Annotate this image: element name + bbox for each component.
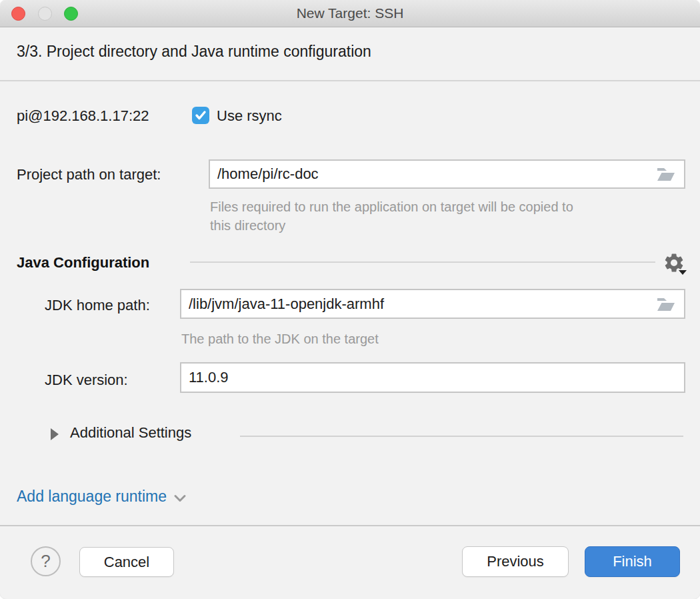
wizard-step-header: 3/3. Project directory and Java runtime … xyxy=(0,27,700,81)
open-folder-icon xyxy=(655,165,677,185)
cancel-button[interactable]: Cancel xyxy=(79,547,174,577)
footer-divider xyxy=(0,525,700,526)
project-path-input[interactable] xyxy=(210,161,684,187)
project-path-field xyxy=(209,159,685,189)
open-folder-icon xyxy=(655,295,677,316)
project-path-label: Project path on target: xyxy=(17,166,161,183)
window-title: New Target: SSH xyxy=(0,5,700,21)
collapsed-triangle-icon xyxy=(51,428,59,440)
jdk-home-browse-button[interactable] xyxy=(655,295,677,314)
add-language-runtime-label: Add language runtime xyxy=(17,488,167,506)
help-button[interactable]: ? xyxy=(31,546,61,576)
finish-button[interactable]: Finish xyxy=(585,546,680,577)
section-divider xyxy=(240,436,683,437)
jdk-home-path-label: JDK home path: xyxy=(45,297,150,314)
use-rsync-checkbox[interactable] xyxy=(192,107,209,124)
chevron-down-icon xyxy=(173,494,187,503)
java-configuration-section-title: Java Configuration xyxy=(17,254,149,271)
jdk-home-path-field xyxy=(180,289,685,319)
project-path-browse-button[interactable] xyxy=(655,165,677,183)
project-path-help-line1: Files required to run the application on… xyxy=(210,199,573,215)
checkmark-icon xyxy=(195,110,207,121)
additional-settings-label: Additional Settings xyxy=(70,424,191,442)
jdk-home-path-input[interactable] xyxy=(181,290,684,318)
add-language-runtime-link[interactable]: Add language runtime xyxy=(17,488,187,506)
jdk-version-input[interactable] xyxy=(181,364,684,392)
use-rsync-label: Use rsync xyxy=(217,107,282,125)
java-config-settings-button[interactable] xyxy=(661,250,687,277)
jdk-version-label: JDK version: xyxy=(45,372,128,389)
title-bar: New Target: SSH xyxy=(0,0,700,27)
ssh-host-label: pi@192.168.1.17:22 xyxy=(17,107,149,125)
dropdown-caret-icon xyxy=(679,270,687,275)
jdk-home-help: The path to the JDK on the target xyxy=(181,332,379,347)
previous-button[interactable]: Previous xyxy=(462,546,569,577)
jdk-version-field xyxy=(180,362,685,393)
step-header-text: 3/3. Project directory and Java runtime … xyxy=(17,43,371,61)
project-path-help-line2: this directory xyxy=(210,218,285,233)
section-divider xyxy=(190,261,655,263)
dialog-window: New Target: SSH 3/3. Project directory a… xyxy=(0,0,700,599)
